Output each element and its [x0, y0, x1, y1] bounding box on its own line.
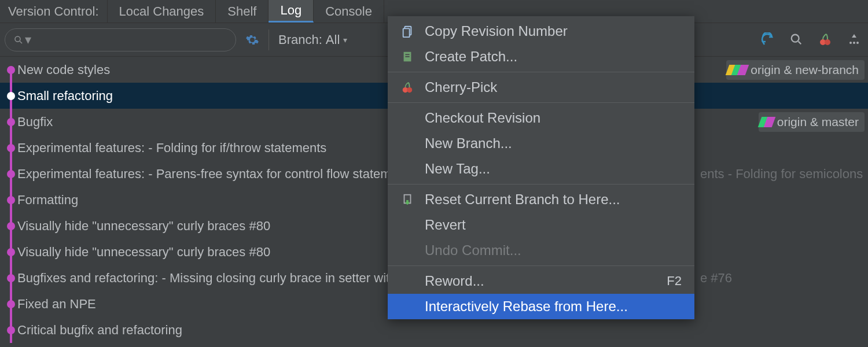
commit-node-icon — [7, 66, 15, 74]
commit-message: Visually hide "unnecessary" curly braces… — [17, 245, 270, 260]
commit-node-icon — [7, 118, 15, 126]
menu-item-label: Interactively Rebase from Here... — [425, 298, 628, 315]
menu-item-label: Revert — [425, 217, 466, 233]
search-dropdown-chevron[interactable]: ▾ — [25, 32, 31, 47]
svg-point-5 — [825, 39, 830, 45]
menu-icon-placeholder — [400, 136, 414, 150]
svg-point-8 — [856, 42, 859, 44]
menu-item-label: Reword... — [425, 273, 484, 289]
search-icon — [790, 33, 803, 46]
copy-icon — [400, 24, 414, 38]
menu-item-label: Cherry-Pick — [425, 79, 497, 95]
branch-tag-label: origin & new-branch — [751, 63, 859, 77]
refresh-button[interactable] — [758, 30, 777, 49]
log-toolbar — [758, 30, 863, 49]
menu-icon-placeholder — [400, 300, 414, 313]
menu-item[interactable]: Cherry-Pick — [388, 75, 694, 100]
commit-node-icon — [7, 92, 15, 100]
menu-item[interactable]: Interactively Rebase from Here... — [388, 294, 694, 319]
menu-item[interactable]: Reset Current Branch to Here... — [388, 187, 694, 212]
context-menu: Copy Revision NumberCreate Patch...Cherr… — [388, 16, 694, 319]
menu-icon-placeholder — [400, 111, 414, 125]
commit-message: Critical bugfix and refactoring — [17, 323, 182, 338]
menu-item-label: Undo Commit... — [425, 242, 521, 259]
tab-local-changes[interactable]: Local Changes — [108, 0, 216, 23]
commit-row[interactable]: Critical bugfix and refactoring — [0, 317, 868, 343]
svg-point-0 — [15, 36, 20, 42]
tab-console[interactable]: Console — [314, 0, 384, 23]
menu-item-label: Copy Revision Number — [425, 23, 568, 39]
patch-icon — [400, 50, 414, 64]
settings-button[interactable] — [243, 31, 262, 49]
separator — [269, 29, 269, 50]
menu-separator — [388, 184, 694, 184]
commit-message: New code styles — [17, 62, 110, 77]
menu-item-label: Checkout Revision — [425, 110, 540, 126]
menu-item[interactable]: Copy Revision Number — [388, 19, 694, 44]
commit-node-icon — [7, 326, 15, 334]
menu-icon-placeholder — [400, 243, 414, 257]
search-input[interactable]: ▾ — [5, 28, 236, 51]
menu-item[interactable]: Checkout Revision — [388, 105, 694, 131]
cherry-icon — [818, 32, 832, 46]
menu-item[interactable]: Revert — [388, 212, 694, 238]
svg-point-7 — [853, 42, 855, 44]
svg-rect-10 — [403, 28, 410, 37]
menu-item-label: Create Patch... — [425, 49, 517, 65]
commit-node-icon — [7, 196, 15, 204]
svg-rect-12 — [405, 54, 409, 55]
branch-tag-label: origin & master — [777, 115, 859, 129]
commit-message: Visually hide "unnecessary" curly braces… — [17, 219, 270, 234]
commit-message: Formatting — [17, 193, 78, 208]
svg-point-15 — [407, 87, 412, 93]
menu-icon-placeholder — [400, 162, 414, 176]
commit-node-icon — [7, 300, 15, 308]
commit-message: Small refactoring — [17, 88, 113, 104]
branch-tag[interactable]: origin & new-branch — [726, 60, 865, 80]
menu-item-label: New Tag... — [425, 161, 490, 177]
menu-item[interactable]: Create Patch... — [388, 44, 694, 69]
menu-separator — [388, 72, 694, 72]
commit-node-icon — [7, 222, 15, 230]
svg-line-1 — [20, 41, 22, 43]
menu-icon-placeholder — [400, 218, 414, 232]
gear-icon — [245, 33, 259, 47]
commit-node-icon — [7, 248, 15, 256]
tag-icon — [730, 65, 747, 75]
menu-item[interactable]: New Branch... — [388, 131, 694, 156]
reset-icon — [400, 193, 414, 206]
commit-node-icon — [7, 170, 15, 178]
svg-line-3 — [799, 42, 801, 45]
cherry-pick-button[interactable] — [816, 30, 834, 49]
svg-rect-13 — [405, 56, 409, 57]
search-icon — [13, 35, 24, 45]
svg-point-2 — [792, 35, 799, 42]
branch-filter[interactable]: Branch: All ▾ — [276, 32, 350, 47]
commit-node-icon — [7, 144, 15, 152]
dots-icon — [847, 32, 861, 46]
branch-tag[interactable]: origin & master — [759, 112, 865, 132]
svg-point-6 — [849, 42, 852, 44]
filter-label: Branch: — [278, 32, 322, 47]
tag-icon — [762, 117, 774, 127]
menu-item: Undo Commit... — [388, 238, 694, 263]
menu-separator — [388, 102, 694, 103]
cherry-icon — [400, 80, 414, 94]
filter-value: All — [326, 32, 340, 47]
menu-shortcut: F2 — [667, 274, 682, 289]
menu-item[interactable]: Reword...F2 — [388, 268, 694, 294]
chevron-down-icon: ▾ — [343, 35, 347, 45]
intellisort-button[interactable] — [845, 30, 863, 49]
panel-title: Version Control: — [0, 0, 108, 23]
find-button[interactable] — [787, 30, 806, 49]
commit-message: Bugfix — [17, 115, 53, 130]
commit-message: Experimental features: - Folding for if/… — [17, 141, 326, 156]
tab-log[interactable]: Log — [269, 0, 314, 23]
menu-item-label: Reset Current Branch to Here... — [425, 191, 620, 208]
menu-item[interactable]: New Tag... — [388, 156, 694, 182]
tab-shelf[interactable]: Shelf — [216, 0, 269, 23]
menu-separator — [388, 265, 694, 266]
menu-icon-placeholder — [400, 274, 414, 288]
refresh-icon — [760, 32, 774, 46]
commit-node-icon — [7, 274, 15, 282]
